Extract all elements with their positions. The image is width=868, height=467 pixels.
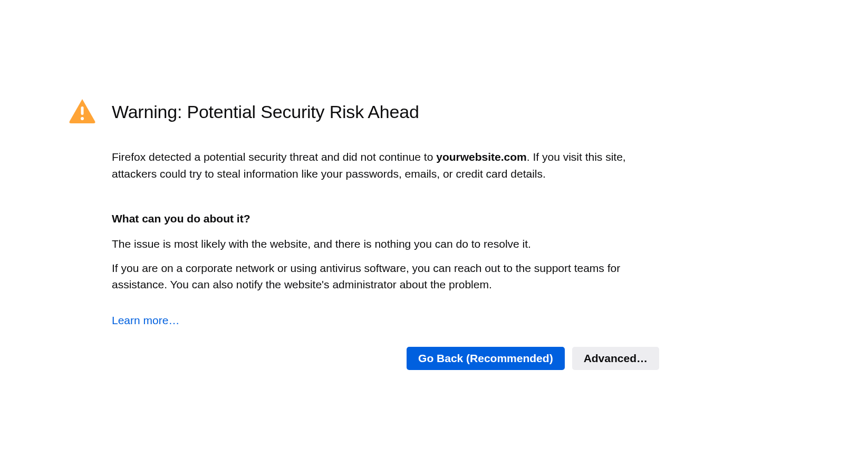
intro-text-pre: Firefox detected a potential security th… xyxy=(112,151,436,163)
body-paragraph-2: If you are on a corporate network or usi… xyxy=(112,260,659,293)
warning-triangle-icon xyxy=(69,98,96,125)
content-area: Firefox detected a potential security th… xyxy=(112,149,659,370)
page-title: Warning: Potential Security Risk Ahead xyxy=(112,102,419,122)
intro-domain: yourwebsite.com xyxy=(436,151,527,163)
button-row: Go Back (Recommended) Advanced… xyxy=(112,347,659,370)
body-paragraph-1: The issue is most likely with the websit… xyxy=(112,236,659,252)
learn-more-link[interactable]: Learn more… xyxy=(112,314,179,327)
svg-rect-0 xyxy=(81,106,84,115)
svg-point-1 xyxy=(81,117,84,120)
intro-paragraph: Firefox detected a potential security th… xyxy=(112,149,659,182)
subheading: What can you do about it? xyxy=(112,212,659,225)
security-warning-page: Warning: Potential Security Risk Ahead F… xyxy=(0,0,659,370)
go-back-button[interactable]: Go Back (Recommended) xyxy=(407,347,565,370)
header-row: Warning: Potential Security Risk Ahead xyxy=(69,98,659,125)
advanced-button[interactable]: Advanced… xyxy=(572,347,659,370)
